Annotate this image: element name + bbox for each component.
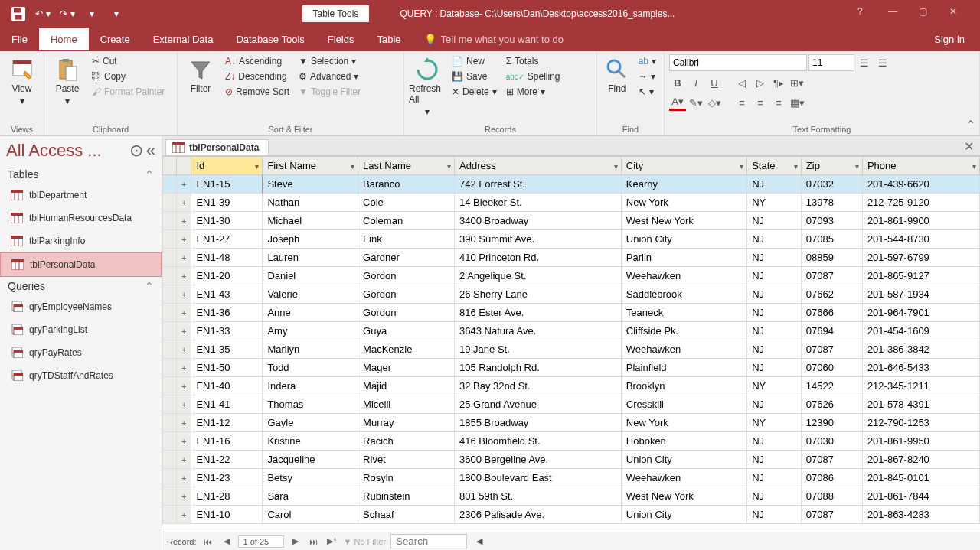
cell-address[interactable]: 1800 Boulevard East [455,469,622,487]
cell-state[interactable]: NJ [747,285,802,304]
cell-address[interactable]: 816 Ester Ave. [455,304,622,322]
cell-address[interactable]: 14 Bleeker St. [455,194,622,212]
fill-color-button[interactable]: ◇▾ [706,94,723,111]
cell-id[interactable]: EN1-48 [191,249,263,267]
cell-id[interactable]: EN1-10 [191,506,263,524]
cell-zip[interactable]: 07087 [801,340,862,359]
cell-city[interactable]: Union City [621,230,746,249]
align-left-icon[interactable]: ≡ [733,94,750,111]
cell-id[interactable]: EN1-30 [191,212,263,230]
column-dropdown-icon[interactable]: ▾ [255,161,259,170]
cell-phone[interactable]: 212-725-9120 [862,194,979,212]
refresh-all-button[interactable]: Refresh All▾ [409,54,446,117]
cell-address[interactable]: 3643 Natura Ave. [455,322,622,340]
cell-address[interactable]: 3600 Bergeline Ave. [455,451,622,469]
font-color-button[interactable]: A▾ [669,94,686,111]
cell-phone[interactable]: 201-544-8730 [862,230,979,249]
cell-phone[interactable]: 212-790-1253 [862,414,979,432]
cell-phone[interactable]: 201-439-6620 [862,175,979,194]
expand-row-icon[interactable]: + [177,304,191,322]
cell-lastname[interactable]: Guya [358,322,455,340]
column-header[interactable]: Address▾ [455,157,622,175]
cell-id[interactable]: EN1-50 [191,359,263,377]
cell-city[interactable]: Union City [621,506,746,524]
column-header[interactable]: Zip▾ [801,157,862,175]
column-header[interactable]: Last Name▾ [358,157,455,175]
maximize-icon[interactable]: ▢ [919,6,934,21]
cell-id[interactable]: EN1-20 [191,267,263,285]
cell-zip[interactable]: 07030 [801,432,862,451]
cell-lastname[interactable]: MacKenzie [358,340,455,359]
copy-button[interactable]: ⿻Copy [89,70,168,83]
nav-dropdown-icon[interactable]: ⊙ [129,141,143,161]
cell-firstname[interactable]: Valerie [263,285,358,304]
first-record-icon[interactable]: ⏮ [201,535,215,548]
cell-phone[interactable]: 201-587-1934 [862,285,979,304]
tab-table[interactable]: Table [366,28,413,50]
cell-zip[interactable]: 07060 [801,359,862,377]
align-right-icon[interactable]: ≡ [770,94,787,111]
nav-section-tables[interactable]: Tables⌃ [0,165,162,184]
row-selector[interactable] [163,359,177,377]
cell-zip[interactable]: 07666 [801,304,862,322]
record-position[interactable]: 1 of 25 [238,535,284,548]
ltr-icon[interactable]: ¶▸ [770,74,787,91]
chevron-up-icon[interactable]: ⌃ [145,280,154,292]
cell-zip[interactable]: 13978 [801,194,862,212]
paste-button[interactable]: Paste▾ [49,54,86,106]
cell-firstname[interactable]: Anne [263,304,358,322]
cell-zip[interactable]: 07087 [801,506,862,524]
cell-lastname[interactable]: Cole [358,194,455,212]
close-icon[interactable]: ✕ [949,6,965,21]
cell-zip[interactable]: 07088 [801,487,862,506]
row-selector[interactable] [163,432,177,451]
table-row[interactable]: +EN1-39NathanCole14 Bleeker St.New YorkN… [163,194,980,212]
cell-city[interactable]: West New York [621,487,746,506]
cell-firstname[interactable]: Todd [263,359,358,377]
table-row[interactable]: +EN1-41ThomasMicelli25 Grand AvenueCress… [163,395,980,414]
cell-firstname[interactable]: Kristine [263,432,358,451]
cell-state[interactable]: NJ [747,451,802,469]
cell-phone[interactable]: 201-578-4391 [862,395,979,414]
cell-firstname[interactable]: Carol [263,506,358,524]
chevron-up-icon[interactable]: ⌃ [145,168,154,181]
table-row[interactable]: +EN1-30MichaelColeman3400 BroadwayWest N… [163,212,980,230]
cell-city[interactable]: Brooklyn [621,377,746,395]
cell-phone[interactable]: 201-964-7901 [862,304,979,322]
cell-id[interactable]: EN1-40 [191,377,263,395]
totals-button[interactable]: ΣTotals [503,54,564,68]
numbering-icon[interactable]: ☰ [874,54,891,71]
expand-row-icon[interactable]: + [177,175,191,194]
cell-firstname[interactable]: Daniel [263,267,358,285]
column-header[interactable]: Phone▾ [862,157,979,175]
sign-in-link[interactable]: Sign in [919,34,980,45]
cell-id[interactable]: EN1-36 [191,304,263,322]
cell-lastname[interactable]: Mager [358,359,455,377]
qat-more-icon[interactable]: ▾ [107,5,126,23]
tab-fields[interactable]: Fields [316,28,366,50]
cell-state[interactable]: NJ [747,175,802,194]
expand-row-icon[interactable]: + [177,230,191,249]
cell-id[interactable]: EN1-33 [191,322,263,340]
cell-lastname[interactable]: Murray [358,414,455,432]
cell-address[interactable]: 742 Forrest St. [455,175,622,194]
font-combo[interactable] [669,54,807,71]
cell-lastname[interactable]: Schaaf [358,506,455,524]
cell-firstname[interactable]: Indera [263,377,358,395]
cell-phone[interactable]: 201-646-5433 [862,359,979,377]
cell-address[interactable]: 19 Jane St. [455,340,622,359]
cell-id[interactable]: EN1-27 [191,230,263,249]
cell-phone[interactable]: 201-454-1609 [862,322,979,340]
cell-state[interactable]: NJ [747,304,802,322]
record-search-input[interactable] [390,534,467,548]
row-selector[interactable] [163,285,177,304]
row-selector[interactable] [163,414,177,432]
cell-zip[interactable]: 07626 [801,395,862,414]
cell-lastname[interactable]: Rosyln [358,469,455,487]
find-button[interactable]: Find [602,54,632,94]
table-row[interactable]: +EN1-23BetsyRosyln1800 Boulevard EastWee… [163,469,980,487]
cell-state[interactable]: NJ [747,249,802,267]
nav-table-item[interactable]: tblDepartment [0,184,162,207]
expand-row-icon[interactable]: + [177,469,191,487]
cell-state[interactable]: NJ [747,212,802,230]
